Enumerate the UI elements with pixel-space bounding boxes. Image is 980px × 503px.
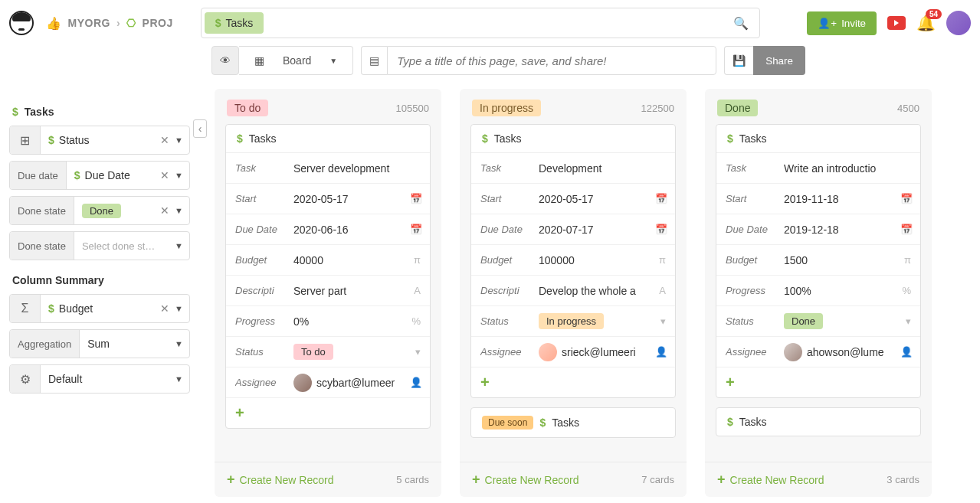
card-field-row[interactable]: StatusIn progress▾ <box>471 306 675 337</box>
page-icon-button[interactable]: ▤ <box>361 46 387 75</box>
card-field-row[interactable]: Progress100%% <box>716 276 920 306</box>
notifications-button[interactable]: 🔔 54 <box>916 14 936 32</box>
clear-icon[interactable]: ✕ <box>160 169 169 181</box>
toolbar: 👁 ▦ Board ▼ ▤ 💾 Share <box>0 46 980 83</box>
chevron-down-icon[interactable]: ▼ <box>175 374 183 384</box>
card-field-row[interactable]: Due Date2019-12-18📅 <box>716 214 920 245</box>
field-value[interactable]: 40000 <box>293 254 410 266</box>
column-title[interactable]: Done <box>717 100 758 116</box>
card-field-row[interactable]: TaskServer development <box>226 153 430 184</box>
collapse-sidebar-button[interactable]: ‹ <box>193 119 207 138</box>
plus-icon: + <box>472 472 480 488</box>
field-value[interactable]: 2020-06-16 <box>293 224 410 236</box>
add-field-button[interactable]: + <box>716 367 920 397</box>
thumbs-up-icon: 👍 <box>46 16 62 31</box>
field-type-icon: ▾ <box>410 346 421 358</box>
add-field-button[interactable]: + <box>471 367 675 397</box>
share-button[interactable]: Share <box>753 46 805 75</box>
card-field-row[interactable]: StatusDone▾ <box>716 306 920 337</box>
search-chip[interactable]: $ Tasks <box>205 12 264 34</box>
field-value[interactable]: 2020-05-17 <box>293 193 410 205</box>
create-record-button[interactable]: +Create New Record <box>717 472 824 488</box>
search-icon[interactable]: 🔍 <box>733 16 749 31</box>
field-value[interactable]: Develop the whole a <box>539 285 655 297</box>
chevron-down-icon[interactable]: ▼ <box>175 171 183 180</box>
chevron-down-icon[interactable]: ▼ <box>175 136 183 145</box>
done-state-selector[interactable]: Done state Done ✕ ▼ <box>9 196 190 225</box>
task-card-collapsed[interactable]: $Tasks <box>716 407 921 436</box>
column-title[interactable]: To do <box>227 100 268 116</box>
task-card[interactable]: $TasksTaskWrite an introductioStart2019-… <box>716 124 921 398</box>
task-card[interactable]: $TasksTaskServer developmentStart2020-05… <box>225 124 431 429</box>
card-field-row[interactable]: Budget1500π <box>716 245 920 276</box>
field-value[interactable]: Server part <box>293 285 410 297</box>
chevron-down-icon[interactable]: ▼ <box>175 304 183 313</box>
done-state-selector-2[interactable]: Done state Select done st… ▼ <box>9 231 190 260</box>
search-bar[interactable]: $ Tasks 🔍 <box>201 8 760 38</box>
summary-field-selector[interactable]: Σ $ Budget ✕ ▼ <box>9 294 190 323</box>
page-title-input[interactable] <box>387 46 716 75</box>
preview-button[interactable]: 👁 <box>211 46 239 75</box>
card-field-row[interactable]: Due Date2020-07-17📅 <box>471 214 675 245</box>
field-label: Status <box>480 315 539 327</box>
field-value[interactable]: In progress <box>539 313 655 329</box>
card-field-row[interactable]: StatusTo do▾ <box>226 337 430 367</box>
app-logo[interactable] <box>9 11 34 35</box>
field-value[interactable]: ahowson@lume <box>784 343 900 361</box>
save-button[interactable]: 💾 <box>724 46 753 75</box>
breadcrumb-proj[interactable]: PROJ <box>143 17 173 29</box>
invite-button[interactable]: 👤+ Invite <box>807 11 877 35</box>
card-field-row[interactable]: DescriptiServer partA <box>226 276 430 306</box>
group-by-selector[interactable]: ⊞ $ Status ✕ ▼ <box>9 126 190 155</box>
add-field-button[interactable]: + <box>226 398 430 428</box>
task-card[interactable]: $TasksTaskDevelopmentStart2020-05-17📅Due… <box>470 124 676 398</box>
card-field-row[interactable]: Start2020-05-17📅 <box>226 184 430 214</box>
field-value[interactable]: Server development <box>293 162 410 175</box>
field-value[interactable]: Development <box>539 162 655 175</box>
due-date-selector[interactable]: Due date $ Due Date ✕ ▼ <box>9 161 190 190</box>
card-field-row[interactable]: Start2020-05-17📅 <box>471 184 675 214</box>
field-value[interactable]: 100% <box>784 285 900 297</box>
card-field-row[interactable]: TaskDevelopment <box>471 153 675 184</box>
field-value[interactable]: 100000 <box>539 254 655 266</box>
field-value[interactable]: 2019-12-18 <box>784 224 900 236</box>
field-label: Status <box>235 346 293 358</box>
card-field-row[interactable]: Progress0%% <box>226 306 430 337</box>
create-record-button[interactable]: +Create New Record <box>472 472 578 488</box>
card-field-row[interactable]: Budget40000π <box>226 245 430 276</box>
card-field-row[interactable]: DescriptiDevelop the whole aA <box>471 276 675 306</box>
field-type-icon: 📅 <box>655 224 666 235</box>
field-value[interactable]: Done <box>784 313 900 329</box>
field-value[interactable]: srieck@lumeeri <box>539 343 655 361</box>
aggregation-selector[interactable]: Aggregation Sum ▼ <box>9 329 190 358</box>
card-field-row[interactable]: Assigneesrieck@lumeeri👤 <box>471 337 675 367</box>
clear-icon[interactable]: ✕ <box>160 204 169 217</box>
chevron-down-icon[interactable]: ▼ <box>175 206 183 215</box>
card-field-row[interactable]: Assigneeahowson@lume👤 <box>716 337 920 367</box>
card-field-row[interactable]: TaskWrite an introductio <box>716 153 920 184</box>
field-value[interactable]: 0% <box>293 315 410 328</box>
field-value[interactable]: 2019-11-18 <box>784 193 900 205</box>
chevron-down-icon[interactable]: ▼ <box>175 339 183 348</box>
youtube-icon[interactable] <box>887 16 906 30</box>
card-field-row[interactable]: Budget100000π <box>471 245 675 276</box>
default-selector[interactable]: ⚙ Default ▼ <box>9 364 190 394</box>
field-value[interactable]: scybart@lumeer <box>293 374 410 392</box>
user-avatar[interactable] <box>946 11 971 35</box>
chevron-down-icon[interactable]: ▼ <box>175 241 183 250</box>
field-value[interactable]: 2020-07-17 <box>539 224 655 236</box>
breadcrumb-org[interactable]: MYORG <box>68 17 110 29</box>
column-title[interactable]: In progress <box>472 100 541 116</box>
card-field-row[interactable]: Due Date2020-06-16📅 <box>226 214 430 245</box>
card-field-row[interactable]: Assigneescybart@lumeer👤 <box>226 367 430 398</box>
clear-icon[interactable]: ✕ <box>160 134 169 146</box>
view-selector[interactable]: ▦ Board ▼ <box>239 46 353 75</box>
field-value[interactable]: 1500 <box>784 254 900 266</box>
clear-icon[interactable]: ✕ <box>160 302 169 315</box>
field-value[interactable]: 2020-05-17 <box>539 193 655 205</box>
create-record-button[interactable]: +Create New Record <box>227 472 333 488</box>
field-value[interactable]: To do <box>293 344 410 360</box>
field-value[interactable]: Write an introductio <box>784 162 900 175</box>
card-field-row[interactable]: Start2019-11-18📅 <box>716 184 920 214</box>
task-card-collapsed[interactable]: Due soon$Tasks <box>470 407 676 438</box>
